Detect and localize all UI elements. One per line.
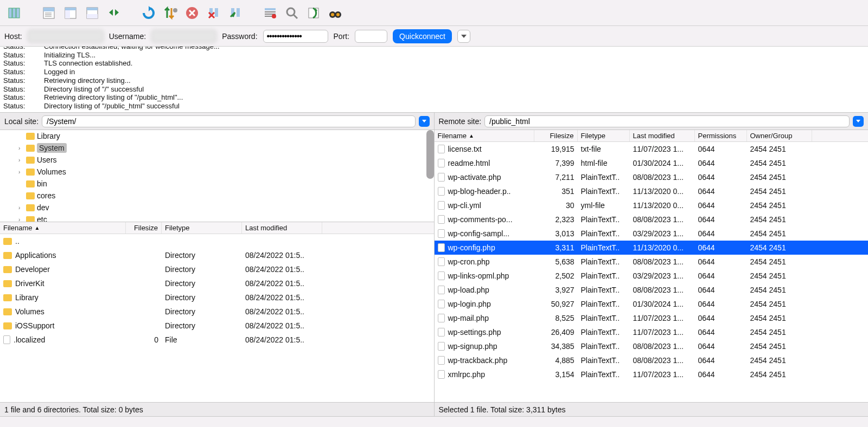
col-permissions[interactable]: Permissions — [695, 130, 747, 141]
local-pane: Local site: Library›System›Users›Volumes… — [0, 113, 435, 416]
password-input[interactable] — [263, 30, 328, 43]
file-icon — [438, 342, 445, 351]
col-filetype[interactable]: Filetype — [162, 222, 242, 234]
remote-site-label: Remote site: — [439, 117, 482, 126]
tree-item[interactable]: ›Users — [0, 154, 434, 166]
tree-item[interactable]: cores — [0, 190, 434, 202]
binoculars-icon[interactable] — [326, 3, 345, 23]
folder-icon — [26, 133, 35, 140]
remote-path-input[interactable] — [484, 115, 850, 127]
search-icon[interactable] — [282, 3, 302, 23]
col-filename[interactable]: Filename ▲ — [435, 130, 534, 141]
file-icon — [438, 356, 445, 365]
port-input[interactable] — [355, 30, 387, 43]
col-filesize[interactable]: Filesize — [126, 222, 162, 234]
username-input[interactable] — [151, 30, 216, 43]
list-item[interactable]: DeveloperDirectory08/24/2022 01:5.. — [0, 262, 434, 276]
svg-rect-24 — [265, 8, 276, 10]
local-path-dropdown[interactable] — [419, 116, 430, 127]
svg-rect-9 — [65, 8, 76, 10]
local-path-input[interactable] — [42, 115, 415, 127]
list-item[interactable]: wp-load.php3,927PlainTextT..08/08/2023 1… — [435, 283, 869, 297]
tree-item[interactable]: ›dev — [0, 202, 434, 214]
cancel-icon[interactable] — [182, 3, 202, 23]
local-file-list[interactable]: ..ApplicationsDirectory08/24/2022 01:5..… — [0, 234, 434, 402]
reconnect-icon[interactable] — [226, 3, 245, 23]
file-icon — [438, 271, 445, 280]
tree-item[interactable]: ›etc — [0, 214, 434, 222]
file-icon — [438, 173, 445, 182]
toggle-tree-icon[interactable] — [61, 3, 80, 23]
col-modified[interactable]: Last modified — [630, 130, 695, 141]
folder-icon — [26, 145, 35, 152]
col-filename[interactable]: Filename ▲ — [0, 222, 126, 234]
file-icon — [438, 187, 445, 196]
col-filetype[interactable]: Filetype — [578, 130, 630, 141]
quickconnect-dropdown[interactable] — [457, 30, 470, 43]
host-input[interactable] — [28, 30, 104, 43]
sitemanager-icon[interactable] — [4, 3, 24, 23]
list-item[interactable]: wp-links-opml.php2,502PlainTextT..03/29/… — [435, 269, 869, 283]
list-item[interactable]: wp-cron.php5,638PlainTextT..08/08/2023 1… — [435, 255, 869, 269]
log-line: Status:Initializing TLS... — [3, 51, 865, 60]
file-icon — [3, 335, 10, 344]
tree-item[interactable]: ›System — [0, 142, 434, 154]
toggle-queue-icon[interactable] — [82, 3, 102, 23]
list-item[interactable]: .localized0File08/24/2022 01:5.. — [0, 333, 434, 347]
tree-item[interactable]: Library — [0, 130, 434, 142]
list-item[interactable]: wp-activate.php7,211PlainTextT..08/08/20… — [435, 170, 869, 184]
disconnect-icon[interactable] — [204, 3, 224, 23]
refresh-icon[interactable] — [139, 3, 158, 23]
remote-pane: Remote site: Filename ▲ Filesize Filetyp… — [435, 113, 869, 416]
file-icon — [438, 215, 445, 224]
folder-icon — [26, 192, 35, 199]
svg-point-28 — [272, 14, 276, 18]
folder-icon — [3, 308, 12, 315]
list-item[interactable]: wp-config.php3,311PlainTextT..11/13/2020… — [435, 241, 869, 255]
list-item[interactable]: ApplicationsDirectory08/24/2022 01:5.. — [0, 248, 434, 262]
folder-icon — [3, 280, 12, 287]
file-icon — [438, 300, 445, 308]
sync-browse-icon[interactable] — [104, 3, 124, 23]
list-item[interactable]: VolumesDirectory08/24/2022 01:5.. — [0, 305, 434, 319]
col-filesize[interactable]: Filesize — [534, 130, 578, 141]
col-owner[interactable]: Owner/Group — [747, 130, 812, 141]
process-queue-icon[interactable] — [161, 3, 180, 23]
list-item[interactable]: LibraryDirectory08/24/2022 01:5.. — [0, 290, 434, 305]
svg-rect-12 — [87, 8, 98, 10]
col-modified[interactable]: Last modified — [242, 222, 322, 234]
main-toolbar — [0, 0, 868, 26]
remote-path-dropdown[interactable] — [853, 116, 864, 127]
list-item[interactable]: DriverKitDirectory08/24/2022 01:5.. — [0, 276, 434, 290]
local-list-header: Filename ▲ Filesize Filetype Last modifi… — [0, 222, 434, 234]
message-log[interactable]: Status:Connection established, waiting f… — [0, 47, 868, 113]
list-item[interactable]: wp-config-sampl...3,013PlainTextT..03/29… — [435, 227, 869, 241]
connection-bar: Host: Username: Password: Port: Quickcon… — [0, 26, 868, 47]
list-item[interactable]: wp-blog-header.p..351PlainTextT..11/13/2… — [435, 184, 869, 198]
remote-file-list[interactable]: license.txt19,915txt-file11/07/2023 1...… — [435, 142, 869, 402]
list-item[interactable]: wp-signup.php34,385PlainTextT..08/08/202… — [435, 339, 869, 353]
list-item[interactable]: wp-settings.php26,409PlainTextT..11/07/2… — [435, 325, 869, 339]
toggle-log-icon[interactable] — [39, 3, 59, 23]
list-item[interactable]: wp-trackback.php4,885PlainTextT..08/08/2… — [435, 353, 869, 367]
list-item[interactable]: license.txt19,915txt-file11/07/2023 1...… — [435, 142, 869, 156]
file-icon — [438, 145, 445, 153]
scrollbar-thumb[interactable] — [426, 130, 434, 179]
tree-item[interactable]: bin — [0, 178, 434, 190]
folder-icon — [3, 266, 12, 273]
local-tree[interactable]: Library›System›Users›Volumesbincores›dev… — [0, 130, 434, 222]
list-item[interactable]: readme.html7,399html-file01/30/2024 1...… — [435, 156, 869, 170]
list-item[interactable]: wp-comments-po...2,323PlainTextT..08/08/… — [435, 212, 869, 227]
list-item[interactable]: xmlrpc.php3,154PlainTextT..11/07/2023 1.… — [435, 367, 869, 381]
list-item[interactable]: wp-cli.yml30yml-file11/13/2020 0...06442… — [435, 198, 869, 212]
svg-rect-4 — [43, 8, 54, 11]
list-item[interactable]: .. — [0, 234, 434, 248]
local-site-bar: Local site: — [0, 113, 434, 130]
quickconnect-button[interactable]: Quickconnect — [393, 29, 452, 43]
list-item[interactable]: wp-login.php50,927PlainTextT..01/30/2024… — [435, 297, 869, 311]
tree-item[interactable]: ›Volumes — [0, 166, 434, 178]
filter-icon[interactable] — [260, 3, 280, 23]
list-item[interactable]: wp-mail.php8,525PlainTextT..11/07/2023 1… — [435, 311, 869, 325]
compare-icon[interactable] — [304, 3, 323, 23]
list-item[interactable]: iOSSupportDirectory08/24/2022 01:5.. — [0, 319, 434, 333]
